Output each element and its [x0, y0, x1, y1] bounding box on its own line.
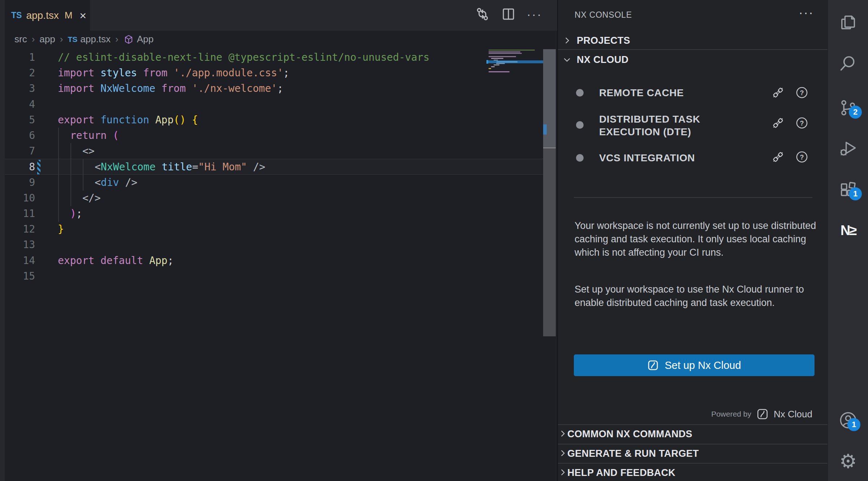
code-line-13[interactable]: 13 — [5, 237, 543, 253]
tab-label: app.tsx — [26, 10, 59, 21]
breadcrumb: src › app › TS app.tsx › App — [5, 31, 557, 48]
breadcrumb-separator: › — [115, 34, 119, 45]
svg-text:?: ? — [800, 154, 804, 161]
cloud-setup-paragraph: Set up your workspace to use the Nx Clou… — [575, 283, 819, 310]
help-icon[interactable]: ? — [795, 116, 808, 129]
section-header-common-nx-commands[interactable]: COMMON NX COMMANDS — [558, 424, 828, 443]
code-text: </> — [58, 190, 101, 206]
line-number: 7 — [5, 143, 35, 159]
minimap-line — [494, 64, 499, 65]
code-text: // eslint-disable-next-line @typescript-… — [58, 50, 429, 65]
tab-app-tsx[interactable]: TS app.tsx M × — [5, 0, 90, 31]
code-text: export function App() { — [58, 112, 198, 128]
code-line-15[interactable]: 15 — [5, 268, 543, 284]
scrollbar-slider-edge — [543, 148, 556, 148]
minimap-line — [489, 50, 535, 51]
code-line-9[interactable]: 9<div /> — [5, 175, 543, 191]
section-header-generate-run-target[interactable]: GENERATE & RUN TARGET — [558, 444, 828, 463]
search-icon[interactable] — [838, 53, 858, 73]
minimap-line — [491, 66, 495, 67]
extensions-badge: 1 — [849, 187, 862, 200]
minimap-line — [489, 51, 520, 52]
chevron-right-icon — [562, 36, 572, 45]
code-line-8[interactable]: 8<NxWelcome title="Hi Mom" /> — [5, 159, 543, 175]
section-header-nx-cloud[interactable]: NX CLOUD — [558, 51, 828, 69]
code-line-1[interactable]: 1// eslint-disable-next-line @typescript… — [5, 50, 543, 65]
cloud-item-dte[interactable]: DISTRIBUTED TASK EXECUTION (DTE) — [558, 113, 828, 139]
section-header-projects[interactable]: PROJECTS — [558, 32, 828, 50]
connect-plug-icon[interactable] — [772, 150, 785, 163]
breadcrumb-item-app[interactable]: app — [39, 34, 55, 45]
line-number: 6 — [5, 128, 35, 144]
help-icon[interactable]: ? — [795, 150, 808, 163]
minimap[interactable] — [487, 48, 543, 336]
code-editor[interactable]: 1// eslint-disable-next-line @typescript… — [5, 48, 543, 481]
svg-text:?: ? — [800, 120, 804, 127]
minimap-line — [489, 71, 510, 72]
symbol-class-icon — [123, 34, 134, 45]
settings-gear-icon[interactable]: ⚙ — [838, 451, 858, 471]
close-icon[interactable]: × — [80, 10, 86, 21]
breadcrumb-item-src[interactable]: src — [14, 34, 27, 45]
cloud-item-vcs-integration[interactable]: VCS INTEGRATION ? — [558, 148, 828, 167]
cloud-description-paragraph: Your workspace is not currently set up t… — [575, 219, 819, 259]
minimap-line — [496, 63, 505, 64]
line-number: 13 — [5, 237, 35, 253]
open-changes-icon[interactable] — [474, 6, 491, 22]
svg-text:?: ? — [800, 89, 804, 97]
code-line-12[interactable]: 12} — [5, 221, 543, 237]
powered-by-label: Powered by — [711, 410, 751, 418]
connect-plug-icon[interactable] — [772, 86, 785, 99]
status-dot — [576, 121, 584, 129]
code-text: <> — [58, 143, 95, 159]
code-line-5[interactable]: 5export function App() { — [5, 112, 543, 128]
editor-region: TS app.tsx M × ··· — [5, 0, 557, 481]
code-text: } — [58, 221, 64, 237]
chevron-right-icon — [558, 468, 567, 478]
status-dot — [576, 154, 584, 162]
code-text: export default App; — [58, 253, 173, 269]
minimap-current-line-highlight — [486, 60, 543, 63]
help-icon[interactable]: ? — [795, 86, 808, 99]
breadcrumb-item-file[interactable]: TS app.tsx — [68, 34, 111, 45]
nx-console-icon[interactable]: N≥ — [838, 220, 858, 240]
section-header-help-and-feedback[interactable]: HELP AND FEEDBACK — [558, 463, 828, 481]
code-line-7[interactable]: 7<> — [5, 143, 543, 159]
setup-nx-cloud-button[interactable]: Set up Nx Cloud — [574, 354, 815, 376]
minimap-line — [491, 58, 503, 59]
connect-plug-icon[interactable] — [772, 116, 785, 129]
status-dot — [576, 89, 584, 97]
line-number: 11 — [5, 206, 35, 222]
code-line-10[interactable]: 10</> — [5, 190, 543, 206]
typescript-file-icon: TS — [68, 35, 77, 44]
panel-more-actions-icon[interactable]: ··· — [799, 5, 814, 20]
nx-cloud-logo-icon — [647, 359, 659, 371]
breadcrumb-item-symbol-app[interactable]: App — [123, 34, 154, 45]
code-line-6[interactable]: 6return ( — [5, 128, 543, 144]
editor-toolbar: ··· — [474, 6, 543, 22]
line-number: 9 — [5, 175, 35, 191]
chevron-right-icon — [558, 429, 567, 440]
nx-console-panel: NX CONSOLE ··· PROJECTS NX CLOUD REMOTE … — [557, 0, 828, 481]
nx-cloud-logo-icon — [756, 408, 769, 420]
code-line-14[interactable]: 14export default App; — [5, 253, 543, 269]
breadcrumb-separator: › — [60, 34, 63, 45]
split-editor-icon[interactable] — [500, 6, 517, 22]
code-line-2[interactable]: 2import styles from './app.module.css'; — [5, 65, 543, 81]
explorer-icon[interactable] — [838, 12, 858, 33]
line-number: 15 — [5, 268, 35, 284]
chevron-down-icon — [562, 55, 572, 64]
git-modified-gutter-marker — [37, 160, 40, 174]
code-line-4[interactable]: 4 — [5, 97, 543, 112]
line-number: 10 — [5, 190, 35, 206]
code-line-3[interactable]: 3import NxWelcome from './nx-welcome'; — [5, 81, 543, 97]
panel-title: NX CONSOLE — [575, 10, 632, 20]
source-control-badge: 2 — [849, 106, 862, 119]
vertical-scrollbar[interactable] — [543, 49, 556, 336]
more-actions-icon[interactable]: ··· — [526, 6, 543, 22]
code-text: return ( — [58, 128, 119, 144]
run-and-debug-icon[interactable] — [838, 138, 858, 158]
cloud-item-remote-cache[interactable]: REMOTE CACHE ? — [558, 83, 828, 102]
code-line-11[interactable]: 11); — [5, 206, 543, 222]
line-number: 14 — [5, 253, 35, 269]
